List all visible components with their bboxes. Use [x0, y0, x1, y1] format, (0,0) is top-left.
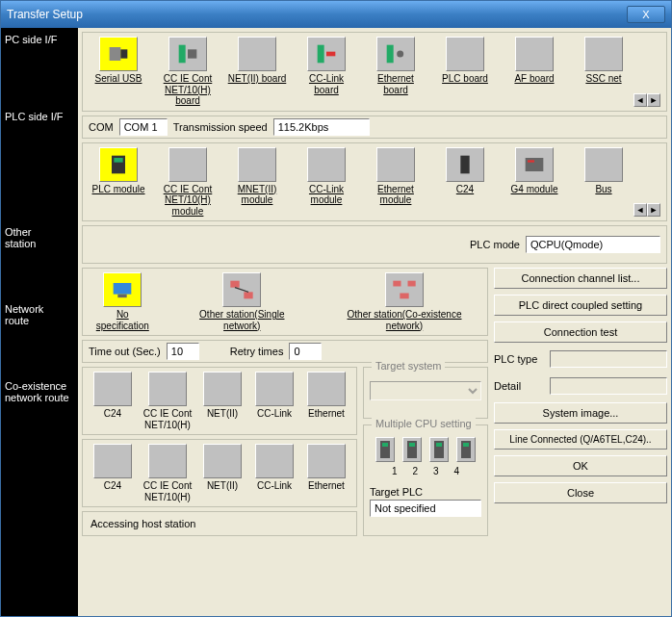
connection-channel-list-button[interactable]: Connection channel list...: [494, 268, 667, 289]
pc-scroll: ◄ ►: [633, 93, 660, 107]
svg-rect-22: [382, 443, 388, 447]
scroll-left-icon[interactable]: ◄: [633, 93, 647, 107]
no-spec-icon: [103, 272, 142, 307]
network-route-row: C24 CC IE Cont NET/10(H) NET(II) CC-Link…: [82, 367, 357, 435]
cr-cclink[interactable]: CC-Link: [250, 444, 298, 492]
left-column: No specification Other station(Single ne…: [82, 268, 488, 536]
cr-ccie-icon: [148, 444, 187, 478]
plc-mnetii[interactable]: MNET(II) module: [227, 147, 287, 206]
timeout-label: Time out (Sec.): [89, 346, 161, 357]
nr-c24[interactable]: C24: [89, 372, 137, 420]
cpu-2-icon[interactable]: [402, 437, 422, 462]
cpu-num-4: 4: [454, 466, 460, 476]
nr-cclink[interactable]: CC-Link: [250, 372, 298, 420]
svg-line-17: [235, 288, 248, 293]
cpu-1-icon[interactable]: [375, 437, 395, 462]
sidebar-pc-label: PC side I/F: [1, 28, 78, 105]
cr-netii[interactable]: NET(II): [198, 444, 246, 492]
other-no-spec[interactable]: No specification: [89, 272, 157, 331]
pc-if-ssc-net[interactable]: SSC net: [574, 37, 633, 85]
cr-c24-icon: [93, 444, 132, 478]
body: PC side I/F PLC side I/F Other station N…: [1, 28, 671, 616]
cr-ethernet[interactable]: Ethernet: [302, 444, 350, 492]
plc-cc-ie-icon: [168, 147, 207, 182]
svg-rect-28: [463, 443, 469, 447]
com-value[interactable]: COM 1: [119, 118, 168, 136]
ok-button[interactable]: OK: [494, 455, 667, 476]
scroll-right-icon[interactable]: ►: [647, 203, 660, 217]
retry-label: Retry times: [230, 346, 284, 357]
plc-type-value: [550, 350, 667, 368]
plc-scroll: ◄ ►: [633, 203, 660, 217]
nr-cclink-icon: [255, 372, 294, 406]
cr-netii-icon: [203, 444, 242, 478]
scroll-left-icon[interactable]: ◄: [633, 203, 647, 217]
nr-c24-icon: [93, 372, 132, 406]
target-system-title: Target system: [372, 360, 445, 372]
cclink-board-icon: [307, 37, 346, 71]
multi-cpu-group: Multiple CPU setting 1 2: [363, 424, 488, 536]
serial-usb-icon: [99, 37, 138, 71]
plc-ethernet[interactable]: Ethernet module: [366, 147, 426, 206]
pc-if-ethernet[interactable]: Ethernet board: [366, 37, 426, 95]
pc-if-af-board[interactable]: AF board: [504, 37, 564, 85]
cr-c24[interactable]: C24: [89, 444, 137, 492]
svg-rect-18: [393, 281, 401, 287]
pc-if-cc-ie-cont[interactable]: CC IE Cont NET/10(H) board: [158, 37, 218, 107]
other-coex-net[interactable]: Other station(Co-existence network): [327, 272, 481, 331]
plc-g4[interactable]: G4 module: [504, 147, 564, 195]
svg-rect-6: [387, 45, 394, 64]
svg-rect-13: [114, 283, 132, 295]
plc-mode-label: PLC mode: [470, 239, 520, 250]
line-connected-button[interactable]: Line Connected (Q/A6TEL,C24)..: [494, 429, 667, 450]
nr-ethernet[interactable]: Ethernet: [302, 372, 350, 420]
cpu-num-2: 2: [412, 466, 418, 476]
nr-netii[interactable]: NET(II): [198, 372, 246, 420]
plc-type-label: PLC type: [494, 353, 546, 365]
plc-board-icon: [446, 37, 484, 71]
plc-c24[interactable]: C24: [435, 147, 495, 195]
svg-rect-5: [326, 52, 335, 57]
timeout-value[interactable]: 10: [167, 343, 199, 360]
close-icon[interactable]: X: [627, 6, 665, 23]
sidebar: PC side I/F PLC side I/F Other station N…: [1, 28, 78, 616]
sidebar-plc-label: PLC side I/F: [1, 105, 78, 220]
plc-cclink[interactable]: CC-Link module: [297, 147, 356, 206]
pc-if-row: Serial USB CC IE Cont NET/10(H) board NE…: [82, 32, 667, 112]
scroll-right-icon[interactable]: ►: [647, 93, 660, 107]
single-net-icon: [222, 272, 261, 307]
cpu-4-icon[interactable]: [456, 437, 476, 462]
plc-bus[interactable]: Bus: [574, 147, 633, 195]
com-row: COM COM 1 Transmission speed 115.2Kbps: [82, 116, 667, 139]
svg-rect-24: [409, 443, 415, 447]
cpu-num-3: 3: [433, 466, 439, 476]
other-single-net[interactable]: Other station(Single network): [180, 272, 304, 331]
ethernet-board-icon: [376, 37, 415, 71]
system-image-button[interactable]: System image...: [494, 402, 667, 424]
nr-ccie[interactable]: CC IE Cont NET/10(H): [141, 372, 194, 430]
cpu-3-icon[interactable]: [429, 437, 449, 462]
pc-if-plc-board[interactable]: PLC board: [435, 37, 495, 85]
plc-module[interactable]: PLC module: [89, 147, 148, 195]
speed-value[interactable]: 115.2Kbps: [273, 118, 370, 136]
retry-value[interactable]: 0: [289, 343, 322, 360]
connection-test-button[interactable]: Connection test: [494, 321, 667, 343]
detail-value: [550, 377, 667, 395]
detail-label: Detail: [494, 380, 546, 392]
sidebar-other-label: Other station: [1, 220, 78, 297]
plc-mode-value[interactable]: QCPU(Qmode): [526, 236, 660, 253]
target-system-select: [370, 381, 481, 400]
pc-if-cclink[interactable]: CC-Link board: [297, 37, 356, 95]
com-label: COM: [89, 121, 114, 133]
svg-rect-16: [245, 292, 253, 298]
pc-if-serial-usb[interactable]: Serial USB: [89, 37, 148, 85]
target-plc-value[interactable]: Not specified: [370, 500, 481, 517]
svg-rect-0: [110, 47, 121, 61]
plc-direct-coupled-button[interactable]: PLC direct coupled setting: [494, 295, 667, 316]
coex-net-icon: [385, 272, 424, 307]
pc-if-netii[interactable]: NET(II) board: [227, 37, 287, 85]
close-button[interactable]: Close: [494, 482, 667, 503]
plc-cc-ie-cont[interactable]: CC IE Cont NET/10(H) module: [158, 147, 218, 218]
cr-ccie[interactable]: CC IE Cont NET/10(H): [141, 444, 194, 502]
svg-rect-9: [114, 158, 122, 163]
